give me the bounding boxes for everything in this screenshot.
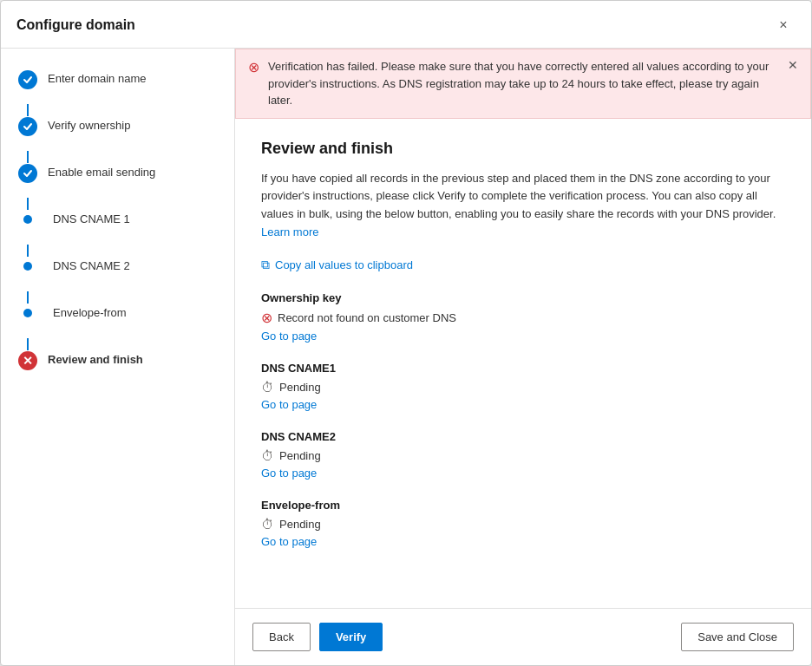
sidebar: Enter domain name Verify ownership Enabl… — [1, 49, 235, 665]
pending-status-icon-1: ⏱ — [261, 380, 274, 395]
step-label-dns-cname-1: DNS CNAME 1 — [53, 210, 130, 227]
record-envelope-from: Envelope-from ⏱ Pending Go to page — [261, 499, 785, 548]
ownership-go-to-page-link[interactable]: Go to page — [261, 330, 317, 343]
back-button[interactable]: Back — [252, 623, 311, 651]
learn-more-link[interactable]: Learn more — [261, 225, 318, 238]
cname1-go-to-page-link[interactable]: Go to page — [261, 398, 317, 411]
review-area: Review and finish If you have copied all… — [235, 119, 811, 609]
step-icon-envelope-from — [23, 309, 32, 317]
save-close-button[interactable]: Save and Close — [681, 623, 794, 651]
error-banner-icon: ⊗ — [248, 59, 259, 75]
error-banner: ⊗ Verification has failed. Please make s… — [235, 49, 811, 119]
step-label-dns-cname-2: DNS CNAME 2 — [53, 257, 130, 274]
pending-status-icon-2: ⏱ — [261, 448, 274, 463]
verify-button[interactable]: Verify — [319, 623, 383, 651]
title-bar: Configure domain × — [1, 1, 811, 49]
sidebar-item-envelope-from[interactable]: Envelope-from — [1, 304, 234, 338]
step-connector-2 — [27, 151, 29, 163]
step-label-enable-email: Enable email sending — [48, 163, 155, 180]
copy-all-values-link[interactable]: ⧉ Copy all values to clipboard — [261, 258, 785, 272]
footer-left-buttons: Back Verify — [252, 623, 383, 651]
step-icon-enable-email — [18, 164, 37, 183]
record-status-envelope: ⏱ Pending — [261, 517, 785, 532]
sidebar-item-verify-ownership[interactable]: Verify ownership — [1, 116, 234, 151]
step-icon-review-finish: ✕ — [18, 351, 37, 370]
main-content: ⊗ Verification has failed. Please make s… — [235, 49, 811, 665]
step-connector-1 — [27, 104, 29, 116]
dialog-footer: Back Verify Save and Close — [235, 608, 811, 665]
step-connector-3 — [27, 198, 29, 210]
step-icon-verify-ownership — [18, 117, 37, 136]
configure-domain-dialog: Configure domain × Enter domain name Ver… — [0, 0, 812, 666]
step-icon-dns-cname-1 — [23, 215, 32, 224]
error-banner-text: Verification has failed. Please make sur… — [268, 58, 779, 109]
dialog-close-button[interactable]: × — [771, 13, 796, 37]
dialog-body: Enter domain name Verify ownership Enabl… — [1, 49, 811, 665]
sidebar-item-dns-cname-2[interactable]: DNS CNAME 2 — [1, 257, 234, 291]
error-status-icon: ⊗ — [261, 310, 272, 326]
record-status-ownership: ⊗ Record not found on customer DNS — [261, 310, 785, 326]
record-ownership-key: Ownership key ⊗ Record not found on cust… — [261, 291, 785, 343]
step-icon-enter-domain — [18, 70, 37, 89]
step-connector-4 — [27, 245, 29, 257]
error-banner-close-button[interactable]: ✕ — [788, 58, 798, 72]
review-description: If you have copied all records in the pr… — [261, 170, 785, 242]
step-label-review-finish: Review and finish — [48, 350, 143, 368]
record-status-cname1: ⏱ Pending — [261, 380, 785, 395]
record-status-cname2: ⏱ Pending — [261, 448, 785, 463]
record-dns-cname2: DNS CNAME2 ⏱ Pending Go to page — [261, 430, 785, 480]
record-dns-cname1: DNS CNAME1 ⏱ Pending Go to page — [261, 362, 785, 411]
step-connector-5 — [27, 291, 29, 304]
dialog-title: Configure domain — [16, 17, 135, 33]
sidebar-item-enter-domain[interactable]: Enter domain name — [1, 69, 234, 104]
sidebar-item-enable-email[interactable]: Enable email sending — [1, 163, 234, 198]
step-label-envelope-from: Envelope-from — [53, 304, 127, 321]
sidebar-item-dns-cname-1[interactable]: DNS CNAME 1 — [1, 210, 234, 245]
envelope-go-to-page-link[interactable]: Go to page — [261, 535, 317, 548]
review-title: Review and finish — [261, 140, 785, 158]
pending-status-icon-3: ⏱ — [261, 517, 274, 532]
step-label-enter-domain: Enter domain name — [48, 69, 146, 87]
step-icon-dns-cname-2 — [23, 262, 32, 271]
step-connector-6 — [27, 338, 29, 350]
cname2-go-to-page-link[interactable]: Go to page — [261, 467, 317, 480]
sidebar-item-review-finish[interactable]: ✕ Review and finish — [1, 350, 234, 385]
step-label-verify-ownership: Verify ownership — [48, 116, 130, 134]
copy-icon: ⧉ — [261, 258, 270, 272]
